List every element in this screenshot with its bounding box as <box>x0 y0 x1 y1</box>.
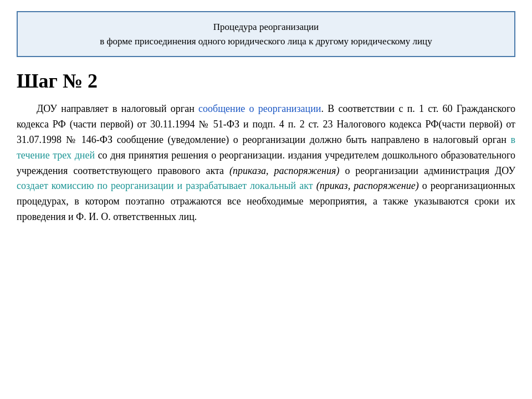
italic-prikaza: (приказа, распоряжения) <box>229 165 339 176</box>
header-line1: Процедура реорганизации <box>213 22 319 32</box>
header-line2: в форме присоединения одного юридическог… <box>100 36 432 47</box>
header-box: Процедура реорганизации в форме присоеди… <box>17 11 515 57</box>
link-soobshenie[interactable]: сообщение о реорганизации <box>198 103 321 114</box>
main-text: ДОУ направляет в налоговый орган сообщен… <box>17 101 515 225</box>
header-title: Процедура реорганизации в форме присоеди… <box>29 20 503 48</box>
italic-prikaz: (приказ, распоряжение) <box>316 180 419 191</box>
main-paragraph: ДОУ направляет в налоговый орган сообщен… <box>17 101 515 225</box>
step-heading: Шаг № 2 <box>17 69 515 93</box>
link-komissia[interactable]: создает комиссию по реорганизации и разр… <box>17 180 313 191</box>
link-techenie[interactable]: в течение трех дней <box>17 134 515 161</box>
